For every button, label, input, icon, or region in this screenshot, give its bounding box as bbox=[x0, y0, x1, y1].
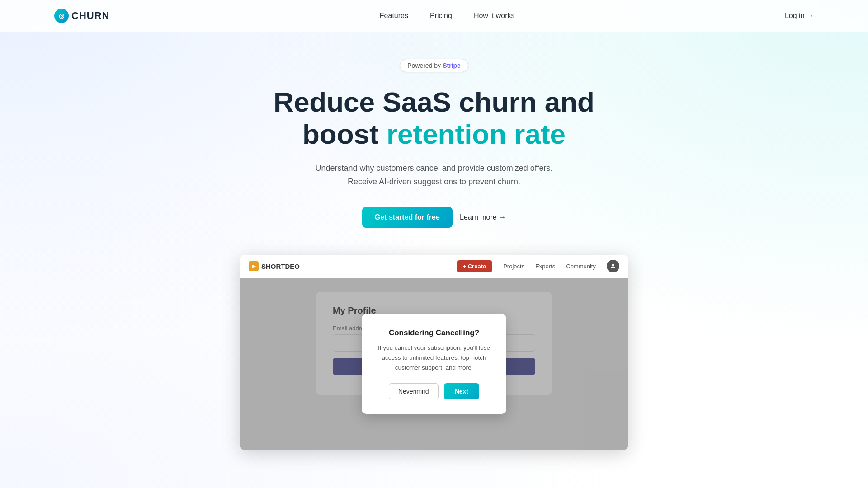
next-button[interactable]: Next bbox=[444, 383, 479, 399]
nav-pricing[interactable]: Pricing bbox=[430, 12, 452, 20]
app-logo-text: SHORTDEO bbox=[261, 263, 300, 270]
hero-title-line1: Reduce SaaS churn and bbox=[274, 86, 594, 117]
modal-title: Considering Cancelling? bbox=[378, 328, 490, 338]
app-logo-icon: ▶ bbox=[249, 261, 259, 271]
get-started-button[interactable]: Get started for free bbox=[362, 207, 453, 228]
logo-text: CHURN bbox=[71, 10, 109, 22]
app-nav-projects[interactable]: Projects bbox=[503, 263, 524, 270]
app-create-button[interactable]: + Create bbox=[457, 260, 493, 272]
modal-buttons: Nevermind Next bbox=[378, 383, 490, 399]
app-body: My Profile Email address Reset password … bbox=[240, 278, 628, 450]
modal-overlay: Considering Cancelling? If you cancel yo… bbox=[240, 278, 628, 450]
powered-prefix: Powered by bbox=[407, 62, 441, 69]
nav-how-it-works[interactable]: How it works bbox=[474, 12, 515, 20]
svg-point-0 bbox=[612, 264, 614, 267]
nav-right: Log in → bbox=[785, 12, 814, 20]
app-user-avatar[interactable] bbox=[607, 260, 619, 272]
app-nav-exports[interactable]: Exports bbox=[535, 263, 555, 270]
hero-subtitle-line2: Receive AI-driven suggestions to prevent… bbox=[348, 177, 520, 186]
hero-title-highlight: retention rate bbox=[387, 118, 566, 150]
powered-badge: Powered by Stripe bbox=[400, 59, 468, 72]
app-nav: + Create Projects Exports Community bbox=[457, 260, 619, 272]
navbar: ◎ CHURN Features Pricing How it works Lo… bbox=[0, 0, 868, 32]
hero-title: Reduce SaaS churn and boost retention ra… bbox=[274, 86, 594, 150]
nav-links: Features Pricing How it works bbox=[380, 12, 515, 20]
hero-buttons: Get started for free Learn more → bbox=[362, 207, 506, 228]
demo-wrapper: ▶ SHORTDEO + Create Projects Exports Com… bbox=[0, 255, 868, 450]
app-logo: ▶ SHORTDEO bbox=[249, 261, 300, 271]
logo[interactable]: ◎ CHURN bbox=[54, 9, 109, 23]
demo-window: ▶ SHORTDEO + Create Projects Exports Com… bbox=[240, 255, 628, 450]
nevermind-button[interactable]: Nevermind bbox=[389, 383, 439, 399]
learn-more-button[interactable]: Learn more → bbox=[460, 213, 506, 221]
app-header: ▶ SHORTDEO + Create Projects Exports Com… bbox=[240, 255, 628, 278]
nav-features[interactable]: Features bbox=[380, 12, 408, 20]
powered-stripe: Stripe bbox=[443, 62, 461, 69]
modal-body: If you cancel your subscription, you'll … bbox=[378, 343, 490, 372]
logo-icon: ◎ bbox=[54, 9, 69, 23]
hero-subtitle: Understand why customers cancel and prov… bbox=[316, 161, 553, 189]
hero-title-line2-plain: boost bbox=[302, 118, 387, 150]
login-button[interactable]: Log in → bbox=[785, 12, 814, 20]
hero-subtitle-line1: Understand why customers cancel and prov… bbox=[316, 164, 553, 173]
hero-section: Powered by Stripe Reduce SaaS churn and … bbox=[0, 32, 868, 246]
cancellation-modal: Considering Cancelling? If you cancel yo… bbox=[362, 314, 506, 414]
app-nav-community[interactable]: Community bbox=[566, 263, 596, 270]
